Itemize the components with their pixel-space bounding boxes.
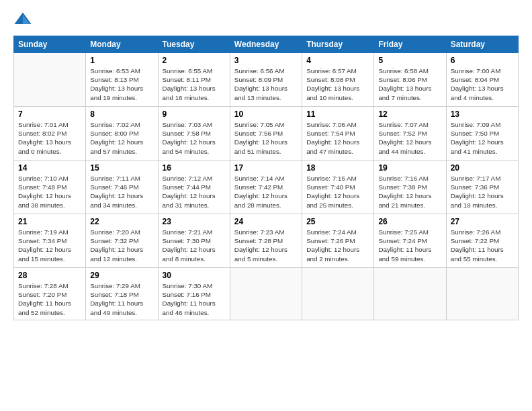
calendar-cell: 10Sunrise: 7:05 AM Sunset: 7:56 PM Dayli… [230,107,302,161]
day-number: 23 [163,217,226,226]
calendar-cell: 2Sunrise: 6:55 AM Sunset: 8:11 PM Daylig… [158,53,230,107]
day-number: 11 [306,109,369,119]
day-info: Sunrise: 7:16 AM Sunset: 7:38 PM Dayligh… [378,175,431,209]
week-row-4: 21Sunrise: 7:19 AM Sunset: 7:34 PM Dayli… [14,214,519,268]
day-number: 12 [378,109,441,119]
calendar-cell: 5Sunrise: 6:58 AM Sunset: 8:06 PM Daylig… [374,53,446,107]
day-number: 2 [163,56,226,65]
day-number: 22 [90,217,153,226]
calendar-cell: 3Sunrise: 6:56 AM Sunset: 8:09 PM Daylig… [230,53,302,107]
day-number: 25 [306,217,369,226]
day-number: 17 [234,163,298,173]
week-row-5: 28Sunrise: 7:28 AM Sunset: 7:20 PM Dayli… [14,268,519,320]
day-number: 10 [234,109,298,119]
calendar-cell: 15Sunrise: 7:11 AM Sunset: 7:46 PM Dayli… [86,161,158,214]
day-number: 19 [378,163,441,173]
day-header-saturday: Saturday [446,36,518,53]
day-number: 28 [18,271,81,280]
day-header-wednesday: Wednesday [230,36,302,53]
logo-icon [13,10,32,29]
day-info: Sunrise: 7:01 AM Sunset: 8:02 PM Dayligh… [18,121,71,155]
calendar-cell [374,268,446,320]
day-number: 9 [163,109,226,119]
calendar-cell: 23Sunrise: 7:21 AM Sunset: 7:30 PM Dayli… [158,214,230,268]
day-header-friday: Friday [374,36,446,53]
day-header-sunday: Sunday [14,36,86,53]
calendar: SundayMondayTuesdayWednesdayThursdayFrid… [13,36,519,320]
day-info: Sunrise: 7:20 AM Sunset: 7:32 PM Dayligh… [90,228,143,263]
day-info: Sunrise: 7:07 AM Sunset: 7:52 PM Dayligh… [378,121,431,155]
day-number: 29 [90,271,153,280]
calendar-cell: 7Sunrise: 7:01 AM Sunset: 8:02 PM Daylig… [14,107,86,161]
day-header-thursday: Thursday [302,36,374,53]
day-number: 6 [451,56,514,65]
day-info: Sunrise: 6:55 AM Sunset: 8:11 PM Dayligh… [163,67,216,101]
calendar-cell: 19Sunrise: 7:16 AM Sunset: 7:38 PM Dayli… [374,161,446,214]
day-number: 7 [18,109,81,119]
logo [13,10,35,29]
day-info: Sunrise: 7:06 AM Sunset: 7:54 PM Dayligh… [306,121,359,155]
day-info: Sunrise: 7:19 AM Sunset: 7:34 PM Dayligh… [18,228,71,263]
calendar-cell: 14Sunrise: 7:10 AM Sunset: 7:48 PM Dayli… [14,161,86,214]
day-info: Sunrise: 7:12 AM Sunset: 7:44 PM Dayligh… [163,175,216,209]
day-number: 20 [451,163,514,173]
calendar-cell: 11Sunrise: 7:06 AM Sunset: 7:54 PM Dayli… [302,107,374,161]
day-info: Sunrise: 7:28 AM Sunset: 7:20 PM Dayligh… [18,282,71,316]
calendar-cell: 13Sunrise: 7:09 AM Sunset: 7:50 PM Dayli… [446,107,518,161]
day-number: 26 [378,217,441,226]
calendar-cell: 18Sunrise: 7:15 AM Sunset: 7:40 PM Dayli… [302,161,374,214]
day-info: Sunrise: 7:25 AM Sunset: 7:24 PM Dayligh… [378,228,431,263]
day-number: 3 [234,56,298,65]
calendar-cell [14,53,86,107]
calendar-cell: 30Sunrise: 7:30 AM Sunset: 7:16 PM Dayli… [158,268,230,320]
day-number: 15 [90,163,153,173]
day-number: 16 [163,163,226,173]
day-number: 27 [451,217,514,226]
calendar-cell: 26Sunrise: 7:25 AM Sunset: 7:24 PM Dayli… [374,214,446,268]
day-info: Sunrise: 6:53 AM Sunset: 8:13 PM Dayligh… [90,67,143,101]
day-info: Sunrise: 6:56 AM Sunset: 8:09 PM Dayligh… [234,67,287,101]
week-row-1: 1Sunrise: 6:53 AM Sunset: 8:13 PM Daylig… [14,53,519,107]
day-info: Sunrise: 7:24 AM Sunset: 7:26 PM Dayligh… [306,228,359,263]
day-info: Sunrise: 6:57 AM Sunset: 8:08 PM Dayligh… [306,67,359,101]
day-info: Sunrise: 7:23 AM Sunset: 7:28 PM Dayligh… [234,228,287,263]
day-info: Sunrise: 6:58 AM Sunset: 8:06 PM Dayligh… [378,67,431,101]
week-row-2: 7Sunrise: 7:01 AM Sunset: 8:02 PM Daylig… [14,107,519,161]
day-number: 8 [90,109,153,119]
calendar-cell: 17Sunrise: 7:14 AM Sunset: 7:42 PM Dayli… [230,161,302,214]
day-info: Sunrise: 7:00 AM Sunset: 8:04 PM Dayligh… [451,67,504,101]
calendar-cell: 27Sunrise: 7:26 AM Sunset: 7:22 PM Dayli… [446,214,518,268]
calendar-cell: 12Sunrise: 7:07 AM Sunset: 7:52 PM Dayli… [374,107,446,161]
day-number: 4 [306,56,369,65]
day-info: Sunrise: 7:21 AM Sunset: 7:30 PM Dayligh… [163,228,216,263]
day-info: Sunrise: 7:05 AM Sunset: 7:56 PM Dayligh… [234,121,287,155]
day-info: Sunrise: 7:03 AM Sunset: 7:58 PM Dayligh… [163,121,216,155]
day-info: Sunrise: 7:26 AM Sunset: 7:22 PM Dayligh… [451,228,504,263]
day-header-tuesday: Tuesday [158,36,230,53]
calendar-cell: 21Sunrise: 7:19 AM Sunset: 7:34 PM Dayli… [14,214,86,268]
calendar-cell: 29Sunrise: 7:29 AM Sunset: 7:18 PM Dayli… [86,268,158,320]
day-number: 5 [378,56,441,65]
day-number: 14 [18,163,81,173]
calendar-cell: 4Sunrise: 6:57 AM Sunset: 8:08 PM Daylig… [302,53,374,107]
calendar-cell: 22Sunrise: 7:20 AM Sunset: 7:32 PM Dayli… [86,214,158,268]
day-number: 13 [451,109,514,119]
day-number: 24 [234,217,298,226]
day-info: Sunrise: 7:11 AM Sunset: 7:46 PM Dayligh… [90,175,143,209]
day-number: 1 [90,56,153,65]
day-info: Sunrise: 7:29 AM Sunset: 7:18 PM Dayligh… [90,282,143,316]
calendar-cell: 24Sunrise: 7:23 AM Sunset: 7:28 PM Dayli… [230,214,302,268]
calendar-cell: 25Sunrise: 7:24 AM Sunset: 7:26 PM Dayli… [302,214,374,268]
calendar-cell: 8Sunrise: 7:02 AM Sunset: 8:00 PM Daylig… [86,107,158,161]
calendar-cell [446,268,518,320]
calendar-cell: 9Sunrise: 7:03 AM Sunset: 7:58 PM Daylig… [158,107,230,161]
day-info: Sunrise: 7:14 AM Sunset: 7:42 PM Dayligh… [234,175,287,209]
day-header-monday: Monday [86,36,158,53]
calendar-header-row: SundayMondayTuesdayWednesdayThursdayFrid… [14,36,519,53]
day-number: 18 [306,163,369,173]
day-info: Sunrise: 7:17 AM Sunset: 7:36 PM Dayligh… [451,175,504,209]
calendar-cell: 28Sunrise: 7:28 AM Sunset: 7:20 PM Dayli… [14,268,86,320]
day-number: 30 [163,271,226,280]
day-number: 21 [18,217,81,226]
day-info: Sunrise: 7:15 AM Sunset: 7:40 PM Dayligh… [306,175,359,209]
